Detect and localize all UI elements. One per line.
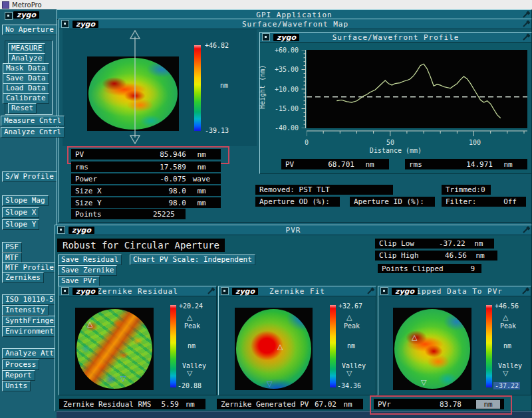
sidebar-menu-button[interactable] <box>5 12 13 20</box>
zygo-logo: zygo <box>72 21 98 28</box>
colorbar-peak-label: Peak <box>344 322 360 330</box>
zernike-residual-rms-box: Zernike Residual RMS 5.59 nm <box>59 399 205 409</box>
clipped-data-map: △ ▽ <box>393 308 471 390</box>
colorbar-max-label: +46.82 <box>205 42 229 49</box>
sidebar-item-process[interactable]: Process <box>2 360 39 370</box>
colorbar-valley-label: Valley <box>342 362 366 369</box>
colorbar-max-label: +20.24 <box>179 302 203 310</box>
sidebar-item-environment[interactable]: Environment <box>2 326 57 337</box>
surface-map-colorbar <box>194 45 201 131</box>
zernike-fit-window: zygo Zernike Fit △ ▽ +32.67 △ Peak nm Va… <box>218 286 376 395</box>
gpi-title: GPI Application <box>57 11 531 19</box>
sidebar-item-analyze-cntrl[interactable]: Analyze Cntrl <box>1 127 65 138</box>
zygo-logo: zygo <box>392 288 418 295</box>
pvr-tools-icon[interactable] <box>522 226 530 234</box>
sidebar-item-mtf[interactable]: MTF <box>2 253 22 263</box>
gpi-tools-icon[interactable] <box>522 11 530 19</box>
peak-marker-icon: △ <box>412 334 417 341</box>
profile-xtick-1: 50 <box>385 139 396 146</box>
zernike-fit-menu-button[interactable] <box>221 287 229 295</box>
profile-window: zygo Surface/Wavefront Profile Height (n… <box>259 32 532 174</box>
pvr-menu-button[interactable] <box>57 226 65 234</box>
zernike-fit-tools-icon[interactable] <box>366 287 374 295</box>
clipped-data-title-bar[interactable]: zygo Clipped Data To PVr <box>378 286 531 296</box>
sidebar-item-zernikes[interactable]: Zernikes <box>2 272 44 283</box>
valley-marker-icon: ▽ <box>421 379 426 386</box>
aperture-id-box[interactable]: Aperture ID (%): <box>350 197 435 207</box>
zygo-logo: zygo <box>13 11 39 19</box>
sidebar-item-slope-mag[interactable]: Slope Mag <box>2 195 49 206</box>
zernike-residual-tools-icon[interactable] <box>207 287 215 295</box>
sidebar-item-report[interactable]: Report <box>2 370 35 381</box>
stat-size-y: Size Y 98.0 mm <box>71 197 221 208</box>
save-zernike-button[interactable]: Save Zernike <box>58 265 117 276</box>
colorbar-max-label: +32.67 <box>338 302 362 310</box>
sidebar-item-reset[interactable]: Reset <box>8 103 37 114</box>
sidebar-item-mtf-profile[interactable]: MTF Profile <box>2 262 57 273</box>
colorbar-min-label: -34.36 <box>337 382 361 389</box>
sidebar-item-slope-y[interactable]: Slope Y <box>2 219 39 230</box>
valley-triangle-icon: ▽ <box>346 370 352 377</box>
save-residual-button[interactable]: Save Residual <box>58 255 122 265</box>
sidebar-item-units[interactable]: Units <box>2 381 31 391</box>
peak-triangle-icon: △ <box>187 314 192 321</box>
sidebar-item-measure[interactable]: MEASURE <box>8 43 45 54</box>
colorbar-min-label: -37.22 <box>493 382 520 389</box>
colorbar-units-label: nm <box>503 342 511 350</box>
zernike-fit-map: △ ▽ <box>235 308 313 390</box>
zernike-residual-title-bar[interactable]: zygo Zernike Residual <box>59 286 216 296</box>
chart-pv-scale-button[interactable]: Chart PV Scale: Independent <box>130 255 255 265</box>
valley-marker-icon: ▽ <box>120 375 126 382</box>
zernike-fit-title-bar[interactable]: zygo Zernike Fit <box>219 286 376 296</box>
sidebar-item-slope-x[interactable]: Slope X <box>2 207 39 218</box>
colorbar-units-label: nm <box>188 342 196 350</box>
zernike-residual-menu-button[interactable] <box>61 287 69 295</box>
aperture-od-box[interactable]: Aperture OD (%): <box>255 197 340 207</box>
sidebar-item-load-data[interactable]: Load Data <box>3 83 49 94</box>
clipped-data-colorbar <box>486 305 492 387</box>
sidebar-item-sw-profile[interactable]: S/W Profile <box>2 171 57 182</box>
pvr-title: PVR <box>55 226 531 235</box>
os-title: MetroPro <box>12 1 42 9</box>
zygo-logo: zygo <box>273 34 299 41</box>
valley-marker-icon: ▽ <box>267 381 272 387</box>
sidebar-item-mask-data[interactable]: Mask Data <box>3 63 49 74</box>
surface-map-title-bar[interactable]: zygo Surface/Wavefront Map <box>59 19 531 29</box>
stat-size-x: Size X 98.0 mm <box>71 185 221 196</box>
filter-box: Filter: Off <box>442 197 526 207</box>
sidebar-item-analyze-attr[interactable]: Analyze Attr <box>2 348 61 359</box>
zernike-residual-window: zygo Zernike Residual △ ▽ +20.24 △ Peak … <box>59 286 217 395</box>
sidebar-item-iso[interactable]: ISO 10110-5 <box>2 294 57 305</box>
os-titlebar[interactable]: MetroPro <box>0 0 532 9</box>
sidebar-item-psf[interactable]: PSF <box>2 242 22 253</box>
profile-title-bar[interactable]: zygo Surface/Wavefront Profile <box>260 33 531 43</box>
sidebar-item-analyze[interactable]: Analyze <box>8 53 45 64</box>
zygo-logo: zygo <box>68 227 94 234</box>
profile-menu-button[interactable] <box>262 33 270 41</box>
profile-ytick-4: -40.00 <box>271 124 299 132</box>
sidebar-item-synthfringes[interactable]: SynthFringes <box>2 316 61 326</box>
colorbar-peak-label: Peak <box>500 322 516 330</box>
removed-box: Removed: PST TLT <box>255 185 393 195</box>
profile-tools-icon[interactable] <box>522 33 530 41</box>
sidebar-item-measure-cntrl[interactable]: Measure Cntrl <box>1 116 65 126</box>
metropro-screen: MetroPro zygo No Aperture MEASURE Analyz… <box>0 0 532 418</box>
clipped-data-menu-button[interactable] <box>380 287 388 295</box>
pvr-window: zygo PVR Robust for Circular Aperture Sa… <box>55 225 532 411</box>
sidebar-item-no-aperture[interactable]: No Aperture <box>2 25 57 35</box>
metropro-app-icon <box>2 1 9 9</box>
clipped-data-tools-icon[interactable] <box>521 287 529 295</box>
save-pvr-button[interactable]: Save PVr <box>58 276 100 286</box>
profile-slice-arrow[interactable] <box>128 30 142 144</box>
pvr-title-bar[interactable]: zygo PVR <box>55 225 531 235</box>
colorbar-min-label: -39.13 <box>205 127 229 134</box>
surface-map-menu-button[interactable] <box>61 20 69 28</box>
sidebar-item-intensity[interactable]: Intensity <box>2 305 49 316</box>
points-clipped-box: Points Clipped 9 <box>378 264 481 273</box>
surface-map-tools-icon[interactable] <box>522 20 530 28</box>
sidebar-item-save-data[interactable]: Save Data <box>3 73 49 84</box>
profile-xaxis <box>307 130 527 138</box>
pvr-result-box: PVr 83.78 nm <box>374 399 504 409</box>
profile-xlabel: Distance (mm) <box>260 147 531 154</box>
sidebar-item-calibrate[interactable]: Calibrate <box>3 93 49 104</box>
